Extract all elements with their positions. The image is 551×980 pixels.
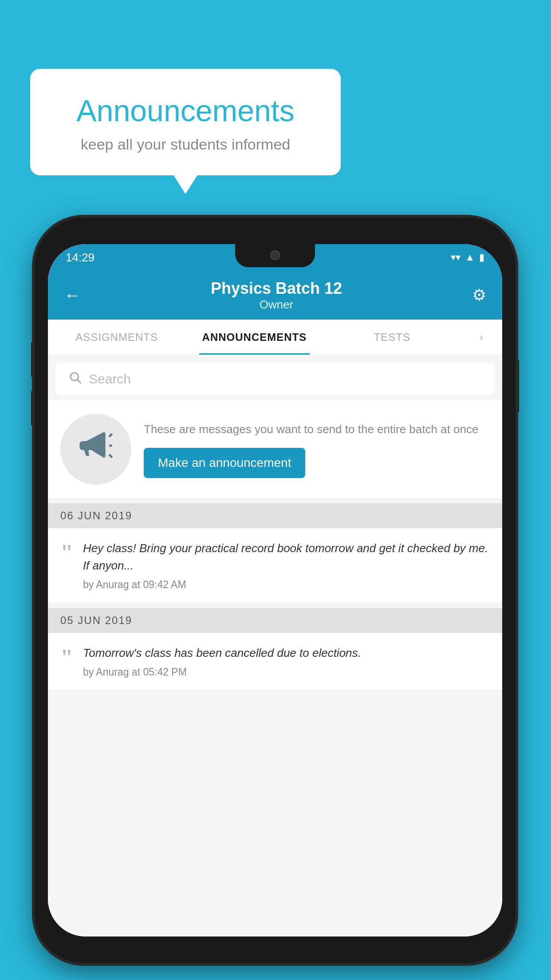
- wifi-icon: ▾▾: [451, 252, 460, 263]
- notch: [235, 244, 315, 267]
- speech-bubble: Announcements keep all your students inf…: [30, 69, 341, 175]
- announcement-content-2: Tomorrow's class has been cancelled due …: [83, 644, 490, 678]
- front-camera: [270, 250, 280, 260]
- tab-more[interactable]: ›: [461, 320, 502, 355]
- date-separator-2: 05 JUN 2019: [48, 608, 502, 633]
- header-center: Physics Batch 12 Owner: [211, 279, 342, 312]
- volume-down-button[interactable]: [31, 391, 35, 426]
- date-separator-1: 06 JUN 2019: [48, 503, 502, 528]
- tab-tests[interactable]: TESTS: [323, 320, 461, 355]
- search-icon: [68, 371, 82, 387]
- quote-icon-1: ": [60, 541, 73, 565]
- announcement-text-1: Hey class! Bring your practical record b…: [83, 540, 490, 574]
- announcement-author-2: by Anurag at 05:42 PM: [83, 666, 490, 678]
- quote-icon-2: ": [60, 646, 73, 669]
- back-button[interactable]: ←: [64, 286, 81, 305]
- announcement-content-1: Hey class! Bring your practical record b…: [83, 540, 490, 591]
- settings-icon[interactable]: ⚙: [472, 286, 486, 304]
- header-title: Physics Batch 12: [211, 279, 342, 298]
- phone-container: 14:29 ▾▾ ▲ ▮ ← Physics Batch 12 Owner ⚙ …: [35, 217, 516, 963]
- date-label-1: 06 JUN 2019: [60, 510, 132, 522]
- svg-line-1: [78, 380, 81, 383]
- battery-icon: ▮: [479, 252, 484, 263]
- signal-icon: ▲: [465, 252, 475, 263]
- speech-bubble-container: Announcements keep all your students inf…: [30, 69, 341, 175]
- header-subtitle: Owner: [211, 298, 342, 312]
- megaphone-icon: [78, 428, 114, 470]
- announcement-item-1[interactable]: " Hey class! Bring your practical record…: [48, 528, 502, 603]
- speech-bubble-subtitle: keep all your students informed: [57, 136, 314, 153]
- app-header: ← Physics Batch 12 Owner ⚙: [48, 271, 502, 320]
- date-label-2: 05 JUN 2019: [60, 614, 132, 626]
- announcement-item-2[interactable]: " Tomorrow's class has been cancelled du…: [48, 633, 502, 690]
- promo-description: These are messages you want to send to t…: [144, 421, 490, 438]
- search-placeholder: Search: [89, 371, 131, 387]
- status-time: 14:29: [66, 251, 94, 265]
- make-announcement-button[interactable]: Make an announcement: [144, 448, 305, 478]
- tab-announcements[interactable]: ANNOUNCEMENTS: [185, 320, 323, 355]
- power-button[interactable]: [516, 360, 519, 413]
- tab-assignments[interactable]: ASSIGNMENTS: [48, 320, 185, 355]
- announcement-author-1: by Anurag at 09:42 AM: [83, 579, 490, 591]
- megaphone-circle: [60, 414, 131, 485]
- speech-bubble-title: Announcements: [57, 93, 314, 128]
- volume-up-button[interactable]: [31, 342, 35, 377]
- tab-bar: ASSIGNMENTS ANNOUNCEMENTS TESTS ›: [48, 320, 502, 355]
- promo-card: These are messages you want to send to t…: [48, 400, 502, 498]
- phone-screen: 14:29 ▾▾ ▲ ▮ ← Physics Batch 12 Owner ⚙ …: [48, 244, 502, 937]
- search-bar[interactable]: Search: [56, 363, 494, 395]
- content-area: Search These are messages you wan: [48, 355, 502, 937]
- svg-line-2: [109, 434, 112, 437]
- svg-line-4: [109, 454, 112, 458]
- announcement-text-2: Tomorrow's class has been cancelled due …: [83, 644, 490, 662]
- promo-content: These are messages you want to send to t…: [144, 421, 490, 478]
- status-icons: ▾▾ ▲ ▮: [451, 252, 484, 263]
